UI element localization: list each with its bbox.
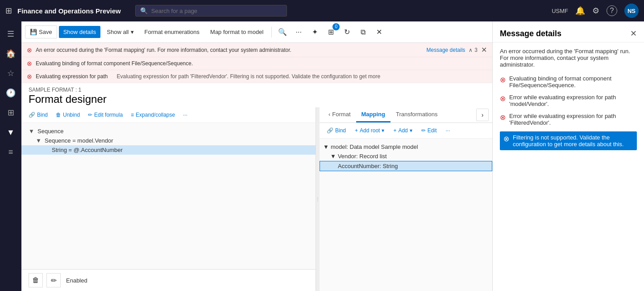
top-nav: ⊞ Finance and Operations Preview 🔍 USMF … [0,0,644,21]
format-enumerations-label: Format enumerations [145,29,200,35]
right-panel: ‹ Format Mapping Transformations › 🔗 [320,107,492,291]
format-enumerations-button[interactable]: Format enumerations [140,26,204,38]
add-label: Add [398,127,407,134]
grid-icon[interactable]: ⊞ [5,6,12,16]
tree-item-vendor[interactable]: ▼ Sequence = model.Vendor [21,136,316,145]
message-error-1: ⊗ Evaluating binding of format component… [500,75,637,89]
show-details-button[interactable]: Show details [59,26,101,38]
tab-format[interactable]: ‹ Format [323,107,356,122]
content-area: 💾 Save Show details Show all ▾ Format en… [21,21,492,291]
main-layout: ☰ 🏠 ☆ 🕐 ⊞ ▼ ≡ 💾 Save Show details Show a… [0,21,644,291]
message-close-button[interactable]: ✕ [630,29,637,38]
refresh-button[interactable]: ↻ [340,25,354,39]
left-panel-bottom: 🗑 ✏ Enabled [21,269,316,291]
model-edit-label: Edit [428,127,437,134]
error-text-1: An error occurred during the 'Format map… [36,47,423,53]
tab-format-label: Format [332,111,350,118]
add-button[interactable]: + Add ▾ [390,126,415,135]
add-root-chevron: ▾ [382,127,384,134]
panel-divider[interactable]: ⋮ [316,107,320,291]
help-icon[interactable]: ? [607,5,617,16]
sidebar-table-icon[interactable]: ⊞ [2,104,20,122]
edit-formula-button[interactable]: ✏ Edit formula [84,110,126,120]
sidebar-star-icon[interactable]: ☆ [2,64,20,82]
msg-error-text-4: Filtering is not supported. Validate the… [513,134,633,148]
search-icon: 🔍 [140,7,148,14]
more-designer-options[interactable]: ··· [179,110,191,120]
model-toggle-icon: ▼ [323,143,329,150]
model-bind-icon: 🔗 [327,127,333,134]
sidebar-home-icon[interactable]: 🏠 [2,45,20,63]
save-icon: 💾 [30,29,37,35]
delete-icon-button[interactable]: 🗑 [29,273,43,287]
open-button[interactable]: ⧉ [356,25,370,39]
designer-title: Format designer [29,93,485,105]
tab-transformations[interactable]: Transformations [391,107,443,122]
error-close-icon[interactable]: ✕ [481,46,487,54]
sidebar-filter-icon[interactable]: ▼ [2,123,20,141]
message-details-link[interactable]: Message details [427,47,465,53]
edit-formula-icon: ✏ [88,112,92,118]
model-tree: ▼ model: Data model Sample model ▼ Vendo… [320,139,492,291]
tab-mapping[interactable]: Mapping [356,107,391,122]
tree-area: ▼ Sequence ▼ Sequence = model.Vendor ▶ S… [21,123,316,269]
save-button[interactable]: 💾 Save [25,25,57,38]
add-root-button[interactable]: + Add root ▾ [351,126,388,135]
model-bind-button[interactable]: 🔗 Bind [323,126,349,135]
tree-item-account[interactable]: ▶ String = @.AccountNumber [21,145,316,155]
tree-item-sequence[interactable]: ▼ Sequence [21,127,316,136]
error-text-2: Evaluating binding of format component F… [36,60,487,67]
avatar[interactable]: NS [624,4,639,18]
model-edit-button[interactable]: ✏ Edit [418,126,440,135]
msg-error-icon-2: ⊗ [500,94,506,103]
model-item-vendor[interactable]: ▼ Vendor: Record list [320,152,492,161]
search-toolbar-icon[interactable]: 🔍 [275,25,290,39]
save-label: Save [39,29,52,35]
error-icon-1: ⊗ [27,46,32,54]
up-arrow-icon: ∧ [469,47,473,53]
error-text-3: Evaluating expression for path Evaluatin… [36,73,487,80]
sidebar-menu-icon[interactable]: ☰ [2,25,20,43]
sidebar-recent-icon[interactable]: 🕐 [2,84,20,102]
sidebar-list-icon[interactable]: ≡ [2,143,20,161]
message-panel-title: Message details [500,29,561,38]
toolbar: 💾 Save Show details Show all ▾ Format en… [21,21,492,43]
search-input[interactable] [151,8,282,14]
message-error-3: ⊗ Error while evaluating expression for … [500,113,637,126]
badge-count: 0 [332,23,340,30]
more-options-button[interactable]: ··· [291,25,306,39]
status-label: Enabled [66,277,87,284]
map-format-button[interactable]: Map format to model [206,26,268,38]
expand-label: Expand/collapse [136,112,175,118]
left-panel: 🔗 Bind 🗑 Unbind ✏ Edit formula ≡ Expand/… [21,107,316,291]
close-button[interactable]: ✕ [372,25,386,39]
tree-item-label: Sequence [37,128,64,135]
model-item-accountnumber[interactable]: AccountNumber: String [320,161,492,171]
design-icon-button[interactable]: ✦ [307,25,322,39]
edit-formula-label: Edit formula [94,112,123,118]
tab-nav-next[interactable]: › [476,109,489,121]
expand-collapse-button[interactable]: ≡ Expand/collapse [127,110,179,120]
msg-error-icon-3: ⊗ [500,113,506,122]
gear-icon[interactable]: ⚙ [592,6,599,16]
show-details-label: Show details [63,29,96,35]
model-more-button[interactable]: ··· [442,126,453,135]
bind-icon: 🔗 [29,112,35,118]
model-item-root[interactable]: ▼ model: Data model Sample model [320,142,492,152]
add-root-label: Add root [360,127,380,134]
model-account-label: AccountNumber: String [338,163,398,169]
designer-body: 🔗 Bind 🗑 Unbind ✏ Edit formula ≡ Expand/… [21,107,492,291]
sidebar: ☰ 🏠 ☆ 🕐 ⊞ ▼ ≡ [0,21,21,291]
model-toolbar: 🔗 Bind + Add root ▾ + Add ▾ ✏ [320,123,492,139]
search-bar[interactable]: 🔍 [135,5,287,17]
bell-icon[interactable]: 🔔 [575,6,585,16]
error-row-1: ⊗ An error occurred during the 'Format m… [21,43,492,57]
message-panel-header: Message details ✕ [493,21,644,42]
show-all-button[interactable]: Show all ▾ [102,26,138,38]
designer-toolbar: 🔗 Bind 🗑 Unbind ✏ Edit formula ≡ Expand/… [21,107,316,123]
error-counter: ∧ 3 [469,47,478,53]
unbind-button[interactable]: 🗑 Unbind [52,110,83,120]
bind-button[interactable]: 🔗 Bind [25,110,51,120]
edit-icon-button[interactable]: ✏ [46,273,61,287]
designer-subtitle: SAMPLE FORMAT : 1 [29,87,485,93]
